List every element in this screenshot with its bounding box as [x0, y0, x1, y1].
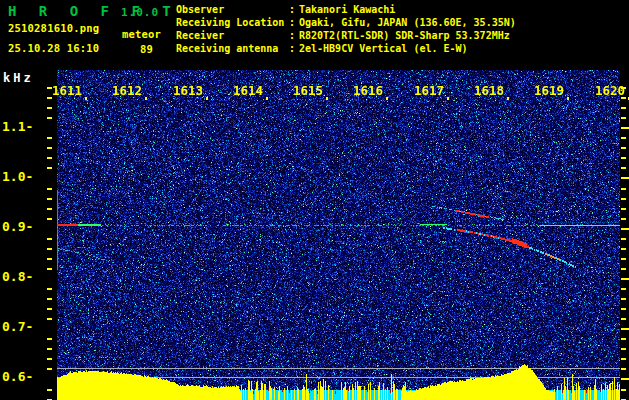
info-row-antenna: Receiving antenna : 2el-HB9CV Vertical (…	[176, 43, 626, 56]
x-time-label: 1613	[167, 83, 209, 98]
y-minor-tick-right	[621, 318, 626, 320]
info-label: Observer	[176, 4, 224, 15]
info-label: Receiver	[176, 30, 224, 41]
y-minor-tick-left	[47, 147, 52, 149]
datetime: 25.10.28 16:10	[8, 42, 99, 54]
y-minor-tick-left	[47, 389, 52, 391]
y-minor-tick-left	[47, 348, 52, 350]
info-value: R820T2(RTL-SDR) SDR-Sharp 53.372MHz	[299, 30, 510, 41]
info-row-location: Receiving Location : Ogaki, Gifu, JAPAN …	[176, 17, 626, 30]
x-minute-tick	[386, 97, 388, 100]
y-minor-tick-left	[47, 137, 52, 139]
info-value: Ogaki, Gifu, JAPAN (136.60E, 35.35N)	[299, 17, 516, 28]
x-time-label: 1612	[106, 83, 148, 98]
y-minor-tick-right	[621, 358, 626, 360]
x-minute-tick	[567, 97, 569, 100]
x-minute-tick	[206, 97, 208, 100]
y-tick-label: 0.6-	[2, 369, 33, 384]
mode-label: meteor	[122, 28, 161, 40]
x-time-label: 1614	[227, 83, 269, 98]
x-minute-tick	[85, 97, 87, 100]
info-value: Takanori Kawachi	[299, 4, 395, 15]
info-label: Receiving antenna	[176, 43, 278, 54]
y-tick-label: 1.1-	[2, 119, 33, 134]
y-minor-tick-right	[621, 188, 626, 190]
y-minor-tick-right	[621, 117, 626, 119]
y-minor-tick-right	[621, 248, 626, 250]
y-major-tick-right	[621, 378, 629, 380]
y-minor-tick-left	[47, 167, 52, 169]
y-minor-tick-right	[621, 137, 626, 139]
x-minute-tick	[145, 97, 147, 100]
x-time-label: 1620	[589, 83, 629, 98]
y-major-tick-right	[621, 127, 629, 129]
y-minor-tick-right	[621, 208, 626, 210]
y-minor-tick-right	[621, 107, 626, 109]
x-time-label: 1619	[528, 83, 570, 98]
hrofft-window: H R O F F T 1.0.0 2510281610.png meteor …	[0, 0, 629, 400]
x-time-label: 1618	[468, 83, 510, 98]
info-row-receiver: Receiver : R820T2(RTL-SDR) SDR-Sharp 53.…	[176, 30, 626, 43]
y-minor-tick-left	[47, 198, 52, 200]
y-minor-tick-right	[621, 258, 626, 260]
y-minor-tick-right	[621, 389, 626, 391]
y-minor-tick-left	[47, 157, 52, 159]
y-tick-label: 0.8-	[2, 269, 33, 284]
y-minor-tick-left	[47, 288, 52, 290]
y-tick-label: 0.9-	[2, 219, 33, 234]
echo-count: 89	[140, 43, 153, 55]
y-minor-tick-right	[621, 167, 626, 169]
info-value: 2el-HB9CV Vertical (el. E-W)	[299, 43, 468, 54]
x-time-label: 1616	[347, 83, 389, 98]
y-minor-tick-right	[621, 268, 626, 270]
info-separator: :	[289, 4, 295, 15]
y-major-tick-right	[621, 177, 629, 179]
y-major-tick-right	[621, 278, 629, 280]
y-minor-tick-left	[47, 107, 52, 109]
y-minor-tick-left	[47, 268, 52, 270]
y-minor-tick-left	[47, 117, 52, 119]
y-minor-tick-right	[621, 238, 626, 240]
y-minor-tick-right	[621, 198, 626, 200]
y-minor-tick-left	[47, 218, 52, 220]
y-minor-tick-left	[47, 358, 52, 360]
y-tick-label: 0.7-	[2, 319, 33, 334]
y-tick-label: 1.0-	[2, 169, 33, 184]
y-minor-tick-right	[621, 298, 626, 300]
x-time-label: 1611	[46, 83, 88, 98]
y-minor-tick-left	[47, 208, 52, 210]
y-minor-tick-right	[621, 288, 626, 290]
info-label: Receiving Location	[176, 17, 284, 28]
y-minor-tick-left	[47, 298, 52, 300]
x-time-label: 1615	[287, 83, 329, 98]
info-separator: :	[289, 43, 295, 54]
y-minor-tick-left	[47, 188, 52, 190]
y-major-tick-right	[621, 328, 629, 330]
y-minor-tick-left	[47, 338, 52, 340]
x-minute-tick	[266, 97, 268, 100]
y-minor-tick-left	[47, 308, 52, 310]
y-minor-tick-left	[47, 258, 52, 260]
x-minute-tick	[507, 97, 509, 100]
y-minor-tick-left	[47, 248, 52, 250]
y-minor-tick-left	[47, 368, 52, 370]
station-info: Observer : Takanori Kawachi Receiving Lo…	[176, 4, 626, 56]
y-minor-tick-right	[621, 348, 626, 350]
info-separator: :	[289, 17, 295, 28]
y-minor-tick-right	[621, 147, 626, 149]
y-axis-unit-label: kHz	[3, 71, 34, 85]
y-minor-tick-right	[621, 308, 626, 310]
y-minor-tick-right	[621, 157, 626, 159]
info-row-observer: Observer : Takanori Kawachi	[176, 4, 626, 17]
filename: 2510281610.png	[8, 22, 99, 34]
y-minor-tick-left	[47, 318, 52, 320]
info-separator: :	[289, 30, 295, 41]
y-minor-tick-left	[47, 238, 52, 240]
y-minor-tick-right	[621, 218, 626, 220]
x-time-label: 1617	[408, 83, 450, 98]
spectrogram-canvas	[57, 70, 620, 400]
app-version: 1.0.0	[121, 6, 159, 19]
y-major-tick-right	[621, 228, 629, 230]
y-minor-tick-right	[621, 338, 626, 340]
x-minute-tick	[326, 97, 328, 100]
